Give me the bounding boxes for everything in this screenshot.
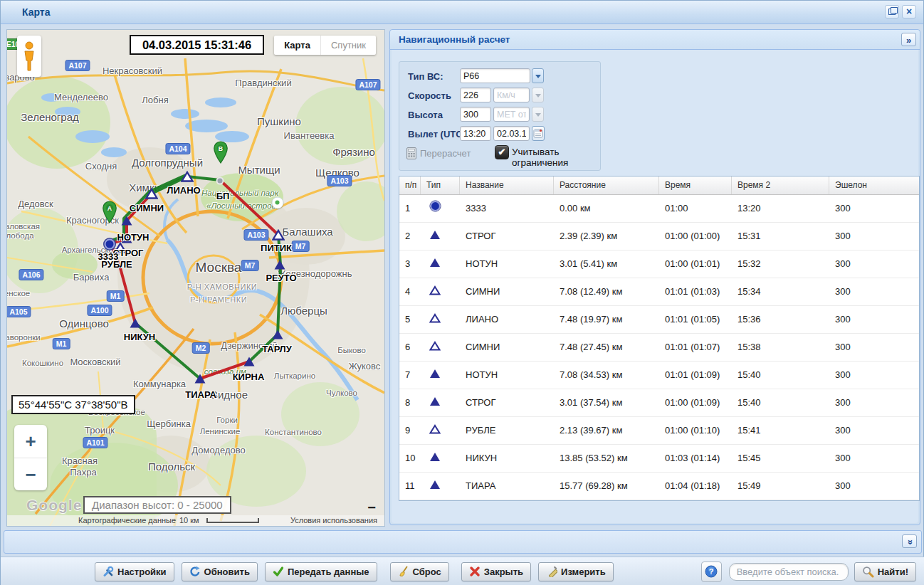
route-table-row[interactable]: 2СТРОГ2.39 (2.39) км01:00 (01:00)15:3130…	[399, 223, 919, 251]
departure-date-input[interactable]	[493, 126, 530, 141]
route-table-row[interactable]: 10НИКУН13.85 (53.52) км01:03 (01:14)15:4…	[399, 445, 919, 473]
measure-button[interactable]: Измерить	[538, 562, 614, 581]
cell-name: НИКУН	[460, 445, 554, 472]
cell-num: 9	[399, 417, 421, 444]
waypoint-marker-filled[interactable]	[243, 357, 256, 367]
waypoint-marker-filled[interactable]	[272, 330, 284, 340]
restore-window-button[interactable]	[885, 5, 899, 19]
map-minus-glyph: −	[367, 500, 376, 516]
send-data-button[interactable]: Передать данные	[265, 562, 377, 581]
waypoint-marker-filled[interactable]	[121, 216, 133, 226]
route-table-row[interactable]: 5ЛИАНО7.48 (19.97) км01:01 (01:05)15:363…	[399, 306, 919, 334]
waypoint-marker-filled[interactable]	[130, 318, 142, 329]
cell-time2: 15:34	[732, 278, 829, 305]
waypoint-marker-outline[interactable]	[272, 229, 285, 241]
cell-name: НОТУН	[460, 251, 554, 278]
aircraft-type-input[interactable]	[460, 68, 530, 83]
zoom-in-button[interactable]: +	[14, 425, 47, 458]
route-table-row[interactable]: 9РУБЛЕ2.13 (39.67) км01:00 (01:10)15:413…	[399, 417, 919, 445]
departure-time-input[interactable]	[460, 126, 491, 141]
map-type-satellite-button[interactable]: Спутник	[320, 36, 376, 55]
waypoint-label: КИРНА	[233, 371, 265, 382]
map-panel[interactable]: заровоМенделеевоНекрасовскийПравдинскийЛ…	[6, 29, 385, 527]
cell-distance: 7.48 (27.45) км	[554, 334, 659, 361]
search-input[interactable]	[729, 563, 849, 581]
calendar-button[interactable]	[532, 126, 545, 141]
restrictions-checkbox[interactable]: ✔	[495, 145, 509, 159]
panel-collapse-button[interactable]: »	[901, 33, 916, 46]
south-expand-button[interactable]: «	[902, 534, 917, 548]
waypoint-marker-outline[interactable]	[181, 171, 194, 182]
aircraft-type-dropdown-trigger[interactable]	[532, 68, 544, 83]
waypoint-label: СИМНИ	[130, 203, 164, 214]
find-button[interactable]: Найти!	[854, 562, 916, 581]
col-header-num[interactable]: п/п	[399, 176, 421, 194]
waypoint-label: ЛИАНО	[167, 185, 200, 196]
waypoint-type-icon-filled	[429, 362, 441, 389]
zoom-out-button[interactable]: −	[14, 458, 47, 491]
waypoint-marker-outline[interactable]	[145, 188, 158, 199]
route-table-row[interactable]: 11ТИАРА15.77 (69.28) км01:04 (01:18)15:4…	[399, 473, 919, 500]
close-window-button[interactable]: ×	[902, 5, 916, 19]
col-header-type[interactable]: Тип	[421, 176, 460, 194]
settings-button[interactable]: Настройки	[95, 562, 174, 581]
pegman-control[interactable]	[17, 36, 41, 77]
map-pin-B[interactable]: B	[214, 141, 229, 164]
cell-time2: 15:31	[732, 223, 829, 250]
route-segment-green	[249, 235, 280, 362]
cell-num: 4	[399, 278, 421, 305]
cell-type	[421, 417, 460, 444]
waypoint-type-icon-outline	[429, 418, 441, 445]
cell-time: 01:01 (01:09)	[659, 362, 732, 389]
col-header-time[interactable]: Время	[659, 176, 732, 194]
svg-text:A: A	[107, 205, 112, 212]
cell-distance: 0.00 км	[554, 195, 659, 222]
waypoint-marker-dot[interactable]	[216, 177, 224, 185]
waypoint-marker-filled[interactable]	[274, 260, 286, 270]
cell-time: 01:00 (01:00)	[659, 223, 732, 250]
map-type-map-button[interactable]: Карта	[274, 36, 320, 55]
recalculate-button[interactable]: Перерасчет	[406, 147, 471, 159]
cell-name: СИМНИ	[460, 278, 554, 305]
col-header-distance[interactable]: Расстояние	[554, 176, 659, 194]
cell-time: 01:00 (01:09)	[659, 389, 732, 416]
cell-name: СТРОГ	[460, 223, 554, 250]
speed-input[interactable]	[460, 88, 491, 102]
route-table-row[interactable]: 7НОТУН7.08 (34.53) км01:01 (01:09)15:403…	[399, 362, 919, 389]
reset-button[interactable]: Сброс	[390, 562, 449, 581]
cell-name: РУБЛЕ	[460, 417, 554, 444]
terms-link[interactable]: Условия использования	[290, 516, 377, 525]
route-table-row[interactable]: 133330.00 км01:0013:20300	[399, 195, 919, 223]
attribution-text: Картографические данные	[78, 516, 176, 525]
altitude-input[interactable]	[460, 107, 491, 122]
pegman-icon	[22, 41, 36, 72]
scale-bar	[206, 518, 259, 523]
cell-time: 01:04 (01:18)	[659, 473, 732, 500]
waypoint-marker-filled[interactable]	[194, 374, 206, 384]
col-header-name[interactable]: Название	[460, 176, 554, 194]
route-table-row[interactable]: 3НОТУН3.01 (5.41) км01:00 (01:01)15:3230…	[399, 251, 919, 278]
route-table-row[interactable]: 6СИМНИ7.48 (27.45) км01:01 (01:07)15:383…	[399, 334, 919, 362]
cell-type	[421, 195, 460, 222]
route-segment-red	[220, 180, 278, 235]
map-pin-A[interactable]: A	[103, 201, 117, 223]
route-table-row[interactable]: 8СТРОГ3.01 (37.54) км01:00 (01:09)15:403…	[399, 389, 919, 417]
route-table-row[interactable]: 4СИМНИ7.08 (12.49) км01:01 (01:03)15:343…	[399, 278, 919, 306]
cell-name: НОТУН	[460, 362, 554, 389]
cell-level: 300	[829, 334, 919, 361]
waypoint-label: ТИАРА	[185, 389, 216, 400]
refresh-button[interactable]: Обновить	[182, 562, 258, 581]
cell-time: 01:03 (01:14)	[659, 445, 732, 472]
col-header-level[interactable]: Эшелон	[829, 176, 919, 194]
col-header-time2[interactable]: Время 2	[732, 176, 829, 194]
close-button[interactable]: Закрыть	[461, 562, 531, 581]
help-button[interactable]: ?	[701, 562, 722, 582]
cell-time: 01:00 (01:01)	[659, 251, 732, 278]
cell-type	[421, 445, 460, 472]
flight-parameters-form: Тип ВС: Скорость Высота Вылет (UTC):	[399, 61, 601, 171]
magnifier-icon	[862, 566, 874, 578]
cell-time2: 13:20	[732, 195, 829, 222]
altitude-unit-dropdown-trigger	[532, 107, 544, 122]
send-data-label: Передать данные	[288, 566, 369, 577]
cell-name: ТИАРА	[460, 473, 554, 500]
